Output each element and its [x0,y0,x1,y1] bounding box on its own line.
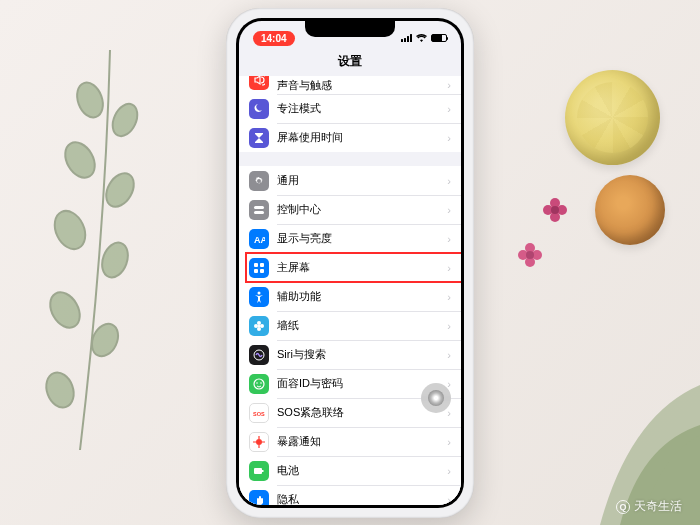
assistive-touch-button[interactable] [421,383,451,413]
row-battery[interactable]: 电池› [239,456,461,485]
svg-point-30 [257,327,261,331]
phone-screen: 14:04 设置 声音与触感›专注模式›屏幕使用时间›通用›控制中心›AA显示与… [239,21,461,505]
row-screentime[interactable]: 屏幕使用时间› [239,123,461,152]
phone-frame: 14:04 设置 声音与触感›专注模式›屏幕使用时间›通用›控制中心›AA显示与… [226,8,474,518]
svg-rect-20 [254,211,264,214]
grid-icon [249,258,269,278]
battery-icon [249,461,269,481]
row-label: Siri与搜索 [277,347,447,362]
svg-point-18 [526,251,534,259]
decor-eucalyptus-left [20,40,200,460]
decor-flower-1 [540,195,570,225]
wifi-icon [416,33,427,44]
svg-point-37 [256,439,262,445]
svg-point-34 [256,382,258,384]
row-privacy[interactable]: 隐私› [239,485,461,505]
chevron-right-icon: › [447,465,451,477]
row-label: 屏幕使用时间 [277,130,447,145]
textsize-icon: AA [249,229,269,249]
svg-point-1 [108,100,142,140]
svg-point-8 [42,369,79,412]
svg-rect-43 [262,470,264,472]
gear-icon [249,171,269,191]
svg-rect-19 [254,206,264,209]
row-wallpaper[interactable]: 墙纸› [239,311,461,340]
flower-icon [249,316,269,336]
decor-leaves-bottom-right [500,325,700,525]
svg-point-3 [101,168,140,211]
sos-icon: SOS [249,403,269,423]
accessibility-icon [249,287,269,307]
chevron-right-icon: › [447,291,451,303]
row-label: 声音与触感 [277,78,447,93]
svg-rect-42 [254,468,262,474]
switches-icon [249,200,269,220]
chevron-right-icon: › [447,436,451,448]
row-focus[interactable]: 专注模式› [239,94,461,123]
row-label: 面容ID与密码 [277,376,447,391]
row-label: 控制中心 [277,202,447,217]
chevron-right-icon: › [447,233,451,245]
row-label: 辅助功能 [277,289,447,304]
siri-icon [249,345,269,365]
svg-point-4 [49,206,91,254]
svg-rect-23 [260,263,264,267]
watermark: Q天奇生活 [616,498,682,515]
decor-flower-2 [515,240,545,270]
svg-point-2 [59,137,101,183]
status-time: 14:04 [253,31,295,46]
chevron-right-icon: › [447,494,451,506]
battery-icon [431,34,447,42]
svg-point-28 [254,324,258,328]
svg-point-27 [257,321,261,325]
row-label: 专注模式 [277,101,447,116]
chevron-right-icon: › [447,407,451,419]
row-label: 暴露通知 [277,434,447,449]
svg-point-29 [260,324,264,328]
chevron-right-icon: › [447,378,451,390]
page-title: 设置 [239,49,461,76]
cellular-icon [401,34,412,42]
faceid-icon [249,374,269,394]
notch [305,21,395,37]
decor-citrus-2 [595,175,665,245]
settings-list[interactable]: 声音与触感›专注模式›屏幕使用时间›通用›控制中心›AA显示与亮度›主屏幕›辅助… [239,76,461,505]
row-label: 墙纸 [277,318,447,333]
row-label: 电池 [277,463,447,478]
row-label: 主屏幕 [277,260,447,275]
chevron-right-icon: › [447,132,451,144]
row-exposure[interactable]: 暴露通知› [239,427,461,456]
row-label: 通用 [277,173,447,188]
row-label: 显示与亮度 [277,231,447,246]
row-siri[interactable]: Siri与搜索› [239,340,461,369]
svg-point-0 [73,79,108,121]
svg-rect-24 [254,269,258,273]
row-sound[interactable]: 声音与触感› [239,76,461,94]
svg-text:AA: AA [254,235,265,245]
hourglass-icon [249,128,269,148]
chevron-right-icon: › [447,103,451,115]
row-label: 隐私 [277,492,447,505]
chevron-right-icon: › [447,79,451,91]
svg-rect-25 [260,269,264,273]
chevron-right-icon: › [447,175,451,187]
chevron-right-icon: › [447,204,451,216]
row-accessibility[interactable]: 辅助功能› [239,282,461,311]
chevron-right-icon: › [447,262,451,274]
row-display[interactable]: AA显示与亮度› [239,224,461,253]
svg-point-31 [258,324,261,327]
chevron-right-icon: › [447,320,451,332]
svg-point-13 [551,206,559,214]
svg-text:SOS: SOS [253,411,265,417]
row-control[interactable]: 控制中心› [239,195,461,224]
virus-icon [249,432,269,452]
chevron-right-icon: › [447,349,451,361]
hand-icon [249,490,269,506]
svg-rect-22 [254,263,258,267]
decor-citrus-1 [565,70,660,165]
speaker-icon [249,76,269,90]
svg-point-35 [260,382,262,384]
svg-point-26 [258,291,261,294]
row-home[interactable]: 主屏幕› [239,253,461,282]
row-general[interactable]: 通用› [239,166,461,195]
